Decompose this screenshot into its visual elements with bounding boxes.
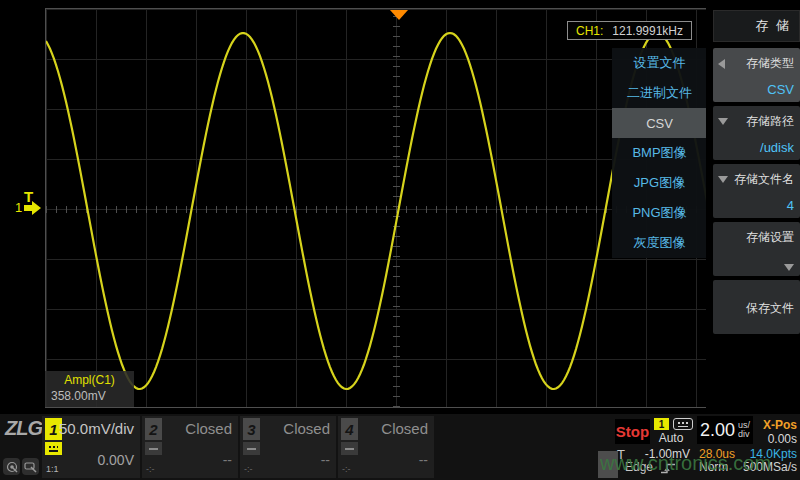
channel1-ground-marker[interactable]: 1: [15, 200, 41, 215]
channel2-status-block[interactable]: 2 -:- Closed --: [142, 416, 238, 478]
trigger-position-marker-icon[interactable]: [390, 10, 408, 20]
storage-path-value: /udisk: [718, 140, 794, 155]
channel3-offset: --: [321, 452, 330, 468]
channel4-coupling-icon: [341, 442, 358, 455]
timebase-button[interactable]: 2.00 us/ div: [697, 416, 753, 444]
channel4-probe-ratio: -:-: [342, 464, 351, 474]
save-file-label: 保存文件: [718, 300, 794, 317]
channel3-badge: 3: [243, 418, 260, 440]
channel3-probe-ratio: -:-: [244, 464, 253, 474]
menu-item-csv[interactable]: CSV: [612, 108, 707, 138]
measurement-value: 358.00mV: [51, 389, 128, 403]
storage-filename-value: 4: [718, 198, 794, 213]
channel1-offset: 0.00V: [97, 452, 134, 468]
channel3-status: Closed: [283, 420, 330, 437]
channel3-status-block[interactable]: 3 -:- Closed --: [240, 416, 336, 478]
watermark-text: www.cntronics.com: [600, 452, 800, 475]
sidebar-title: 存 储: [713, 10, 800, 42]
channel1-scale: 50.0mV/div: [59, 420, 134, 437]
timebase-scale: 2.00: [700, 420, 735, 441]
menu-item-binary-file[interactable]: 二进制文件: [612, 78, 707, 108]
xpos-readout[interactable]: X-Pos 0.00s: [752, 418, 797, 446]
frequency-readout-box: CH1: 121.9991kHz: [567, 21, 692, 40]
trigger-source-badge: 1: [654, 418, 669, 430]
channel4-badge: 4: [341, 418, 358, 440]
storage-path-label: 存储路径: [728, 113, 794, 130]
storage-settings-label: 存储设置: [718, 229, 794, 246]
channel2-offset: --: [223, 452, 232, 468]
channel1-dc-coupling-icon: [45, 442, 62, 455]
trigger-mode[interactable]: Auto: [650, 431, 692, 445]
measurement-overlay: Ampl(C1) 358.00mV: [45, 371, 134, 407]
run-state-button[interactable]: Stop: [615, 419, 650, 444]
sidebar-section-storage-type[interactable]: 存储类型 CSV: [713, 48, 800, 102]
channel1-marker-arrow-icon: [24, 205, 32, 211]
storage-type-popup-menu: 设置文件 二进制文件 CSV BMP图像 JPG图像 PNG图像 灰度图像: [612, 48, 707, 258]
xpos-value: 0.00s: [752, 432, 797, 446]
channel4-offset: --: [419, 452, 428, 468]
freq-channel-label: CH1:: [576, 24, 603, 38]
timebase-unit-bottom: div: [738, 430, 750, 439]
xpos-label: X-Pos: [752, 418, 797, 432]
sidebar-section-storage-filename[interactable]: 存储文件名 4: [713, 164, 800, 218]
storage-sidebar: 存 储 存储类型 CSV 存储路径 /udisk 存储文件名 4 存储: [706, 0, 800, 414]
chevron-down-icon: [784, 264, 794, 271]
storage-filename-label: 存储文件名: [728, 171, 794, 188]
chevron-left-icon: [718, 59, 725, 69]
touch-tap-icon[interactable]: [22, 458, 39, 475]
chevron-down-icon: [718, 176, 728, 183]
channel2-badge: 2: [145, 418, 162, 440]
chevron-down-icon: [718, 118, 728, 125]
menu-item-gray-image[interactable]: 灰度图像: [612, 228, 707, 258]
menu-item-jpg-image[interactable]: JPG图像: [612, 168, 707, 198]
touch-gesture-icon[interactable]: [3, 458, 20, 475]
menu-item-png-image[interactable]: PNG图像: [612, 198, 707, 228]
storage-type-value: CSV: [718, 82, 794, 97]
sidebar-section-storage-settings[interactable]: 存储设置: [713, 222, 800, 276]
storage-type-label: 存储类型: [725, 55, 794, 72]
tap-rect-icon: [24, 461, 37, 473]
menu-item-bmp-image[interactable]: BMP图像: [612, 138, 707, 168]
sidebar-section-storage-path[interactable]: 存储路径 /udisk: [713, 106, 800, 160]
menu-item-settings-file[interactable]: 设置文件: [612, 48, 707, 78]
oscilloscope-screen: T 1 CH1: 121.9991kHz Ampl(C1) 358.00mV 设…: [0, 0, 800, 480]
freq-value: 121.9991kHz: [612, 24, 683, 38]
trigger-coupling-icon: [673, 418, 693, 430]
run-state-label: Stop: [616, 423, 649, 440]
channel4-status-block[interactable]: 4 -:- Closed --: [338, 416, 434, 478]
channel4-status: Closed: [381, 420, 428, 437]
sidebar-section-save-file[interactable]: 保存文件: [713, 280, 800, 334]
channel3-coupling-icon: [243, 442, 260, 455]
channel1-probe-ratio: 1:1: [46, 464, 59, 474]
channel1-status-block[interactable]: 1 1:1 50.0mV/div 0.00V: [42, 416, 140, 478]
channel2-coupling-icon: [145, 442, 162, 455]
channel1-marker-number: 1: [15, 200, 22, 215]
channel2-status: Closed: [185, 420, 232, 437]
measurement-label: Ampl(C1): [51, 373, 128, 387]
channel2-probe-ratio: -:-: [146, 464, 155, 474]
touch-spiral-icon: [6, 461, 18, 473]
